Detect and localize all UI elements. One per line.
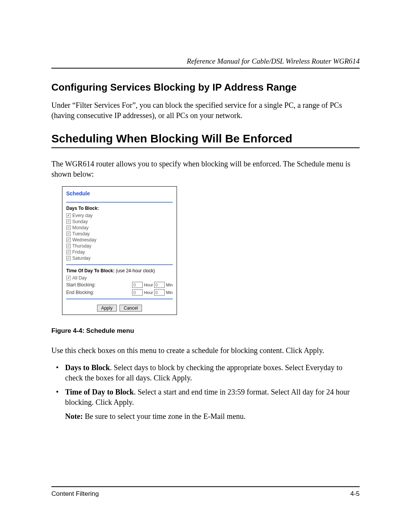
panel-title: Schedule [66,190,173,197]
panel-separator [66,299,173,299]
checkbox-icon: ✓ [66,244,71,248]
list-item: Days to Block. Select days to block by c… [51,363,360,383]
checkbox-icon: ✓ [66,238,71,242]
start-blocking-label: Start Blocking: [66,282,96,288]
checkbox-row-sunday: ✓ Sunday [66,219,173,225]
manual-page: Reference Manual for Cable/DSL Wireless … [0,0,411,532]
checkbox-label: Saturday [72,256,91,261]
note-paragraph: Note: Be sure to select your time zone i… [51,411,360,422]
checkbox-icon[interactable]: ✓ [66,276,71,280]
end-blocking-row: End Blocking: 0 Hour 0 Min [66,289,173,296]
body-paragraph: Use this check boxes on this menu to cre… [51,345,360,356]
header-rule [51,68,360,69]
checkbox-label: Wednesday [72,237,96,243]
page-footer: Content Filtering 4-5 [51,483,360,498]
min-unit: Min [166,283,173,287]
schedule-panel: Schedule Days To Block: ✓ Every day ✓ Su… [62,186,177,315]
hour-unit: Hour [144,283,153,287]
end-blocking-label: End Blocking: [66,290,94,295]
subsection-heading: Configuring Services Blocking by IP Addr… [51,81,360,93]
figure-caption: Figure 4-4: Schedule menu [51,327,360,335]
start-blocking-row: Start Blocking: 0 Hour 0 Min [66,281,173,289]
apply-button[interactable]: Apply [97,305,117,312]
checkbox-row-tuesday: ✓ Tuesday [66,231,173,237]
body-paragraph: Under “Filter Services For”, you can blo… [51,100,360,121]
days-to-block-label: Days To Block: [66,206,173,211]
start-hour-input[interactable]: 0 [132,282,143,288]
checkbox-label: Monday [72,225,89,230]
footer-page-number: 4-5 [350,490,360,498]
checkbox-icon: ✓ [66,219,71,224]
cancel-button[interactable]: Cancel [119,305,142,312]
section-heading: Scheduling When Blocking Will Be Enforce… [51,132,360,145]
bullet-list: Days to Block. Select days to block by c… [51,363,360,407]
checkbox-icon: ✓ [66,256,71,260]
start-min-input[interactable]: 0 [154,282,165,288]
checkbox-row-thursday: ✓ Thursday [66,243,173,249]
hour-unit: Hour [144,290,153,295]
checkbox-row-wednesday: ✓ Wednesday [66,237,173,243]
checkbox-label: All Day [72,275,87,281]
checkbox-row-allday[interactable]: ✓ All Day [66,275,173,281]
end-hour-input[interactable]: 0 [132,289,143,296]
checkbox-label: Thursday [72,243,91,249]
footer-section-name: Content Filtering [51,490,99,498]
panel-separator [66,202,173,203]
body-paragraph: The WGR614 router allows you to specify … [51,159,360,179]
checkbox-label: Sunday [72,219,88,224]
checkbox-row-monday: ✓ Monday [66,225,173,231]
checkbox-icon: ✓ [66,225,71,230]
end-min-input[interactable]: 0 [154,289,165,296]
checkbox-label: Tuesday [72,231,90,236]
checkbox-row-saturday: ✓ Saturday [66,255,173,261]
checkbox-icon: ✓ [66,250,71,254]
min-unit: Min [166,290,173,295]
checkbox-row-friday: ✓ Friday [66,249,173,255]
checkbox-icon: ✓ [66,232,71,236]
list-item: Time of Day to Block. Select a start and… [51,387,360,407]
running-header: Reference Manual for Cable/DSL Wireless … [51,57,360,66]
panel-separator [66,264,173,265]
section-rule [51,147,360,148]
checkbox-row-everyday[interactable]: ✓ Every day [66,212,173,219]
time-of-day-label: Time Of Day To Block: (use 24-hour clock… [66,268,173,273]
checkbox-icon[interactable]: ✓ [66,213,71,218]
checkbox-label: Friday [72,249,85,255]
checkbox-label: Every day [72,213,92,218]
